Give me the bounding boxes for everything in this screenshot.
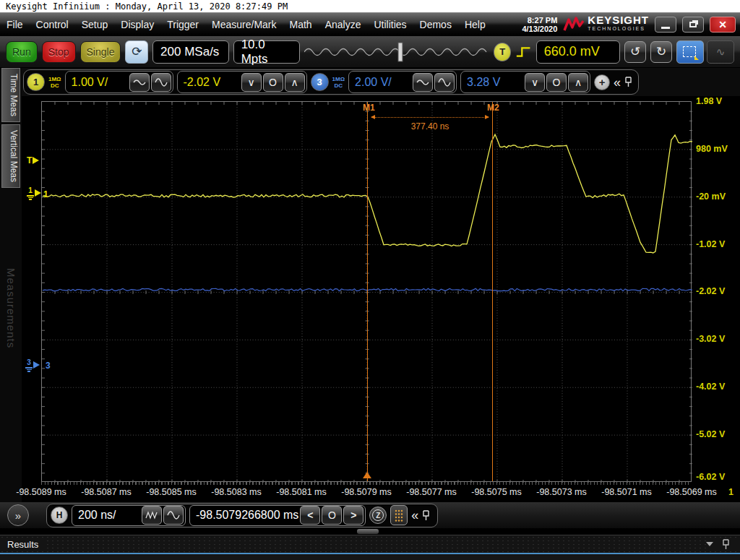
channel-3-badge[interactable]: 3 (311, 73, 329, 91)
v-axis-label: -6.02 V (696, 472, 739, 482)
channel-1-badge[interactable]: 1 (27, 73, 45, 91)
trigger-source-badge[interactable]: T (494, 43, 511, 61)
channel-3-scale-up-button[interactable] (434, 73, 455, 92)
stop-button[interactable]: Stop (42, 41, 76, 63)
results-bar[interactable]: Results (0, 535, 740, 553)
run-button[interactable]: Run (6, 41, 38, 63)
channel-1-scale-down-button[interactable] (129, 73, 150, 92)
channel-1-ground-indicator[interactable]: 1 (27, 186, 41, 200)
channel-3-offset-up-button[interactable]: ∧ (568, 73, 588, 92)
clock-time: 8:27 PM (522, 16, 557, 25)
chevron-up-icon: ∧ (575, 77, 582, 88)
channel-3-scale-field[interactable]: 2.00 V/ (355, 76, 411, 89)
horizontal-position-field[interactable]: -98.5079266800 ms (196, 509, 298, 522)
menu-trigger[interactable]: Trigger (160, 13, 205, 35)
channel-3-scale-down-button[interactable] (413, 73, 433, 92)
grid-options-button[interactable] (390, 505, 408, 525)
v-axis-label: -1.02 V (696, 239, 739, 249)
brand-name: KEYSIGHT (588, 16, 649, 25)
t-axis-label: -98.5077 ms (406, 487, 456, 497)
tab-time-meas[interactable]: Time Meas (1, 68, 20, 122)
menu-file[interactable]: File (0, 13, 30, 35)
single-button[interactable]: Single (80, 41, 121, 63)
minimize-button[interactable] (655, 17, 676, 33)
t-axis-label: -98.5073 ms (536, 487, 586, 497)
channel-3-offset-zero-button[interactable]: O (546, 73, 567, 92)
dotted-columns-icon (394, 509, 404, 522)
channel-3-coupling-badge[interactable]: 1MΩ DC (332, 76, 345, 89)
pin-icon[interactable] (624, 77, 632, 87)
menu-demos[interactable]: Demos (413, 13, 458, 35)
minor-tick-strip (41, 482, 692, 485)
touch-mode-button[interactable]: ⟳ (125, 40, 148, 64)
expand-results-icon[interactable] (706, 542, 713, 546)
t-axis-label: -98.5071 ms (601, 487, 651, 497)
v-axis-label: -5.02 V (696, 429, 739, 439)
position-left-button[interactable]: < (300, 506, 320, 525)
close-icon: ✕ (718, 19, 727, 30)
timebase-zoom-out-button[interactable] (142, 506, 162, 525)
marker-m1-handle-icon[interactable] (363, 472, 371, 478)
menu-setup[interactable]: Setup (75, 13, 115, 35)
channel-3-ground-indicator[interactable]: 3 (25, 358, 40, 372)
graticule[interactable]: M1 M2 377.40 ns 1 3 (41, 101, 692, 482)
restore-button[interactable] (682, 17, 704, 33)
region-select-button[interactable] (676, 40, 704, 64)
timebase-zoom-in-button[interactable] (163, 506, 184, 525)
marker-m1-line[interactable] (367, 102, 368, 481)
tab-vertical-meas[interactable]: Vertical Meas (1, 124, 20, 188)
menu-control[interactable]: Control (30, 13, 75, 35)
collapse-left-icon[interactable]: « (614, 76, 621, 89)
close-button[interactable]: ✕ (710, 17, 736, 33)
double-chevron-right-icon: » (15, 509, 21, 522)
channel-1-scale-up-button[interactable] (151, 73, 171, 92)
trigger-level-field[interactable]: 660.0 mV (536, 40, 621, 64)
horizontal-badge[interactable]: H (51, 507, 68, 524)
results-label: Results (0, 539, 44, 550)
timebase-field[interactable]: 200 ns/ (78, 509, 140, 522)
expand-button[interactable]: » (7, 504, 29, 526)
horizontal-position-slider[interactable] (304, 40, 489, 64)
pin-icon[interactable] (722, 539, 730, 550)
channel-1-impedance: 1MΩ (48, 76, 61, 82)
channel-1-coupling-badge[interactable]: 1MΩ DC (48, 76, 61, 89)
circle-icon: O (553, 77, 561, 88)
menu-analyze[interactable]: Analyze (319, 13, 368, 35)
add-channel-button[interactable]: + (594, 74, 610, 90)
menu-measure-mark[interactable]: Measure/Mark (205, 13, 283, 35)
channel-1-offset-up-button[interactable]: ∧ (285, 73, 305, 92)
collapse-left-icon[interactable]: « (411, 509, 418, 522)
channel-3-offset-field[interactable]: 3.28 V (467, 76, 523, 89)
slider-handle (398, 43, 403, 61)
channel-1-offset-down-button[interactable]: ∨ (241, 73, 262, 92)
sample-rate-field[interactable]: 200 MSa/s (152, 40, 229, 64)
v-axis-label: 980 mV (696, 144, 739, 154)
keysight-logo: KEYSIGHT TECHNOLOGIES (563, 16, 649, 33)
waveform-tool-button[interactable]: ∿ (707, 40, 734, 64)
menu-utilities[interactable]: Utilities (367, 13, 413, 35)
scope-content: 1 1MΩ DC 1.00 V/ (22, 68, 740, 502)
plus-icon: + (599, 76, 606, 88)
dock-drag-handle[interactable] (357, 529, 379, 534)
t-axis-label: -98.5087 ms (81, 487, 131, 497)
pin-icon[interactable] (422, 510, 430, 521)
rising-edge-icon (515, 44, 531, 60)
channel-1-scale-field[interactable]: 1.00 V/ (72, 76, 128, 89)
main-region: Time Meas Vertical Meas Measurements 1 1… (0, 68, 740, 502)
channel-3-scale-box: 2.00 V/ (348, 71, 457, 93)
redo-button[interactable]: ↻ (650, 41, 672, 63)
channel-1-offset-field[interactable]: -2.02 V (184, 76, 240, 89)
marker-m2-line[interactable] (492, 102, 493, 481)
menu-help[interactable]: Help (458, 13, 492, 35)
menu-display[interactable]: Display (114, 13, 160, 35)
undo-button[interactable]: ↺ (624, 41, 646, 63)
trigger-level-indicator[interactable]: T (27, 155, 39, 165)
channel-1-arrow-icon (35, 189, 41, 197)
menu-math[interactable]: Math (283, 13, 319, 35)
memory-depth-field[interactable]: 10.0 Mpts (233, 40, 301, 64)
position-right-button[interactable]: > (343, 506, 363, 525)
position-zero-button[interactable]: O (322, 506, 342, 525)
channel-3-offset-down-button[interactable]: ∨ (525, 73, 545, 92)
channel-1-offset-zero-button[interactable]: O (263, 73, 283, 92)
zoom-mode-button[interactable]: Z (369, 507, 387, 524)
